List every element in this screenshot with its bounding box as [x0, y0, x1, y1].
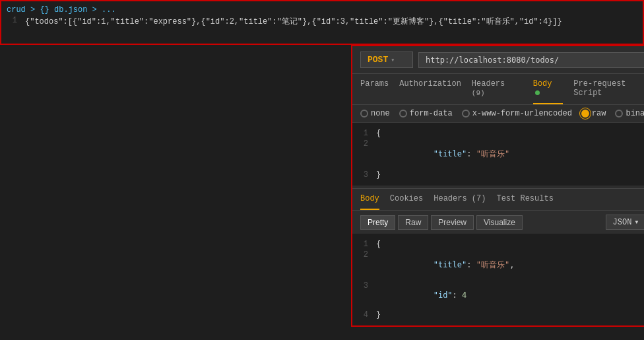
body-type-formdata-label: form-data: [410, 109, 453, 118]
response-tab-testresults-label: Test Results: [496, 194, 553, 203]
terminal-code: {"todos":[{"id":1,"title":"express"},{"i…: [25, 16, 562, 27]
body-type-formdata[interactable]: form-data: [399, 109, 453, 118]
body-type-none-label: none: [371, 109, 390, 118]
line-3-content: }: [376, 170, 381, 180]
line-num-1: 1: [352, 129, 376, 138]
request-body-editor[interactable]: 1 { 2 "title": "听音乐" 3 }: [352, 123, 644, 186]
terminal-panel: crud > {} db.json > ... 1 {"todos":[{"id…: [0, 0, 644, 45]
terminal-line-num: 1: [7, 16, 25, 27]
tab-body-label: Body: [533, 79, 552, 88]
editor-line-1: 1 {: [352, 128, 644, 139]
tab-headers[interactable]: Headers (9): [472, 74, 523, 104]
line-1-content: {: [376, 129, 381, 138]
resp-line-1-content: {: [376, 240, 381, 249]
response-body-editor: 1 { 2 "title": "听音乐", 3 "id": 4 4 }: [352, 234, 644, 325]
response-tab-body-label: Body: [360, 194, 379, 203]
tab-prerequest[interactable]: Pre-request Script: [573, 74, 644, 104]
format-raw-button[interactable]: Raw: [398, 215, 428, 230]
resp-line-3-content: "id": 4: [376, 281, 467, 309]
terminal-data-line: 1 {"todos":[{"id":1,"title":"express"},{…: [7, 16, 637, 27]
method-label: POST: [368, 55, 388, 65]
response-tab-body[interactable]: Body: [360, 189, 379, 210]
editor-line-2: 2 "title": "听音乐": [352, 139, 644, 170]
response-tab-testresults[interactable]: Test Results: [496, 189, 553, 210]
tab-authorization[interactable]: Authorization: [399, 74, 461, 104]
body-type-raw[interactable]: raw: [581, 109, 606, 118]
method-chevron-icon: ▾: [391, 56, 395, 64]
line-num-3: 3: [352, 170, 376, 180]
response-tab-cookies[interactable]: Cookies: [390, 189, 423, 210]
body-type-urlencoded[interactable]: x-www-form-urlencoded: [462, 109, 572, 118]
radio-binary: [615, 110, 623, 118]
resp-line-num-4: 4: [352, 310, 376, 320]
url-input[interactable]: [418, 52, 644, 68]
response-tab-headers[interactable]: Headers (7): [434, 189, 486, 210]
method-selector[interactable]: POST ▾: [360, 51, 413, 68]
body-type-none[interactable]: none: [360, 109, 390, 118]
tab-params[interactable]: Params: [360, 74, 389, 104]
radio-raw: [581, 110, 589, 118]
body-type-urlencoded-label: x-www-form-urlencoded: [472, 109, 572, 118]
postman-panel: POST ▾ Params Authorization Headers (9) …: [351, 45, 644, 327]
response-tab-headers-label: Headers (7): [434, 194, 486, 203]
resp-line-4-content: }: [376, 310, 381, 320]
line-2-content: "title": "听音乐": [376, 139, 509, 169]
editor-line-3: 3 }: [352, 170, 644, 180]
radio-none: [360, 110, 368, 118]
body-type-raw-label: raw: [592, 109, 606, 118]
tab-params-label: Params: [360, 79, 389, 88]
line-num-2: 2: [352, 139, 376, 149]
response-tabs: Body Cookies Headers (7) Test Results: [352, 188, 644, 211]
body-type-binary-label: binary: [626, 109, 644, 118]
headers-badge: (9): [472, 89, 485, 97]
url-bar: POST ▾: [352, 46, 644, 74]
tab-authorization-label: Authorization: [399, 79, 461, 88]
format-bar: Pretty Raw Preview Visualize JSON ▾ ≡: [352, 211, 644, 234]
tab-prerequest-label: Pre-request Script: [573, 79, 626, 98]
json-type-label: JSON: [613, 218, 632, 227]
resp-line-num-3: 3: [352, 281, 376, 290]
terminal-path-line: crud > {} db.json > ...: [7, 4, 637, 16]
body-type-binary[interactable]: binary: [615, 109, 644, 118]
resp-editor-line-4: 4 }: [352, 310, 644, 320]
tab-headers-label: Headers (9): [472, 79, 505, 98]
radio-urlencoded: [462, 110, 470, 118]
json-dropdown-chevron-icon: ▾: [634, 217, 639, 227]
radio-formdata: [399, 110, 407, 118]
resp-line-num-2: 2: [352, 250, 376, 259]
response-tab-cookies-label: Cookies: [390, 194, 423, 203]
resp-editor-line-1: 1 {: [352, 239, 644, 250]
request-tabs: Params Authorization Headers (9) Body Pr…: [352, 74, 644, 105]
json-type-dropdown[interactable]: JSON ▾: [606, 215, 644, 230]
tab-body[interactable]: Body: [533, 74, 564, 104]
resp-line-2-content: "title": "听音乐",: [376, 250, 514, 280]
format-pretty-button[interactable]: Pretty: [360, 215, 395, 230]
resp-editor-line-2: 2 "title": "听音乐",: [352, 250, 644, 281]
resp-editor-line-3: 3 "id": 4: [352, 281, 644, 310]
format-visualize-button[interactable]: Visualize: [476, 215, 523, 230]
body-type-selector: none form-data x-www-form-urlencoded raw…: [352, 105, 644, 123]
terminal-path: crud > {} db.json > ...: [7, 5, 116, 15]
format-preview-button[interactable]: Preview: [431, 215, 474, 230]
body-active-dot: [535, 90, 540, 95]
resp-line-num-1: 1: [352, 240, 376, 249]
